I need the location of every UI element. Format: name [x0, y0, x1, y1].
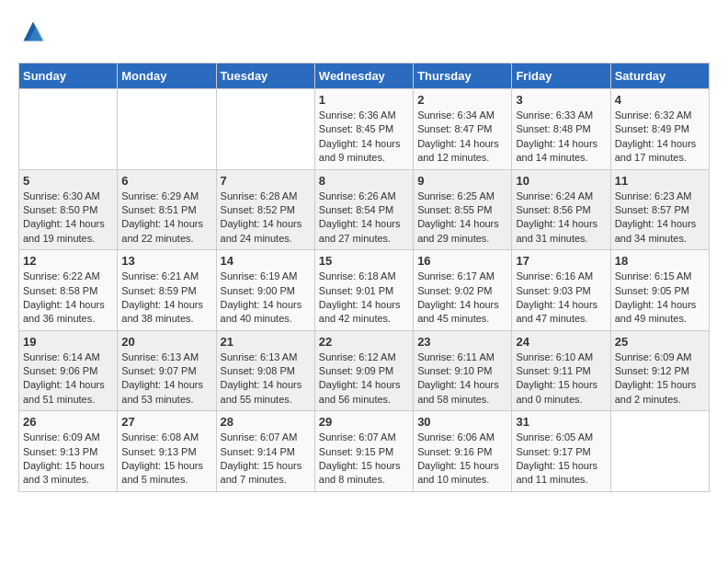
day-info: Sunrise: 6:24 AM Sunset: 8:56 PM Dayligh… [516, 190, 606, 247]
weekday-header-sunday: Sunday [19, 63, 118, 89]
day-number: 16 [417, 254, 507, 268]
day-info: Sunrise: 6:18 AM Sunset: 9:01 PM Dayligh… [319, 270, 409, 327]
day-info: Sunrise: 6:09 AM Sunset: 9:13 PM Dayligh… [23, 431, 113, 488]
day-number: 26 [23, 415, 113, 429]
calendar-week-2: 5Sunrise: 6:30 AM Sunset: 8:50 PM Daylig… [19, 169, 710, 250]
weekday-header-saturday: Saturday [610, 63, 709, 89]
calendar-cell [216, 89, 314, 170]
day-info: Sunrise: 6:06 AM Sunset: 9:16 PM Dayligh… [417, 431, 507, 488]
calendar-cell: 23Sunrise: 6:11 AM Sunset: 9:10 PM Dayli… [414, 330, 512, 411]
day-info: Sunrise: 6:22 AM Sunset: 8:58 PM Dayligh… [23, 270, 113, 327]
calendar-cell: 14Sunrise: 6:19 AM Sunset: 9:00 PM Dayli… [216, 250, 314, 331]
calendar: SundayMondayTuesdayWednesdayThursdayFrid… [18, 63, 710, 492]
calendar-cell: 30Sunrise: 6:06 AM Sunset: 9:16 PM Dayli… [414, 411, 512, 492]
day-info: Sunrise: 6:08 AM Sunset: 9:13 PM Dayligh… [121, 431, 211, 488]
calendar-cell: 22Sunrise: 6:12 AM Sunset: 9:09 PM Dayli… [314, 330, 413, 411]
day-info: Sunrise: 6:07 AM Sunset: 9:15 PM Dayligh… [319, 431, 409, 488]
calendar-cell: 25Sunrise: 6:09 AM Sunset: 9:12 PM Dayli… [610, 330, 709, 411]
calendar-week-4: 19Sunrise: 6:14 AM Sunset: 9:06 PM Dayli… [19, 330, 710, 411]
logo-icon [20, 18, 46, 44]
calendar-cell: 9Sunrise: 6:25 AM Sunset: 8:55 PM Daylig… [414, 169, 512, 250]
day-number: 18 [615, 254, 705, 268]
day-info: Sunrise: 6:23 AM Sunset: 8:57 PM Dayligh… [615, 190, 705, 247]
day-number: 17 [516, 254, 606, 268]
weekday-header-thursday: Thursday [414, 63, 512, 89]
calendar-header-row: SundayMondayTuesdayWednesdayThursdayFrid… [19, 63, 710, 89]
day-info: Sunrise: 6:15 AM Sunset: 9:05 PM Dayligh… [615, 270, 705, 327]
calendar-cell: 11Sunrise: 6:23 AM Sunset: 8:57 PM Dayli… [610, 169, 709, 250]
day-number: 22 [319, 335, 409, 349]
day-info: Sunrise: 6:25 AM Sunset: 8:55 PM Dayligh… [417, 190, 507, 247]
day-number: 28 [221, 415, 311, 429]
calendar-cell: 29Sunrise: 6:07 AM Sunset: 9:15 PM Dayli… [314, 411, 413, 492]
calendar-cell: 10Sunrise: 6:24 AM Sunset: 8:56 PM Dayli… [512, 169, 610, 250]
calendar-cell: 4Sunrise: 6:32 AM Sunset: 8:49 PM Daylig… [610, 89, 709, 170]
day-info: Sunrise: 6:26 AM Sunset: 8:54 PM Dayligh… [319, 190, 409, 247]
day-number: 3 [516, 93, 606, 107]
day-number: 2 [417, 93, 507, 107]
day-info: Sunrise: 6:16 AM Sunset: 9:03 PM Dayligh… [516, 270, 606, 327]
day-number: 14 [221, 254, 311, 268]
day-info: Sunrise: 6:33 AM Sunset: 8:48 PM Dayligh… [516, 109, 606, 166]
page-header [18, 18, 710, 48]
calendar-cell: 19Sunrise: 6:14 AM Sunset: 9:06 PM Dayli… [19, 330, 118, 411]
day-number: 13 [121, 254, 211, 268]
calendar-cell: 7Sunrise: 6:28 AM Sunset: 8:52 PM Daylig… [216, 169, 314, 250]
calendar-cell: 5Sunrise: 6:30 AM Sunset: 8:50 PM Daylig… [19, 169, 118, 250]
weekday-header-wednesday: Wednesday [314, 63, 413, 89]
day-info: Sunrise: 6:21 AM Sunset: 8:59 PM Dayligh… [121, 270, 211, 327]
day-info: Sunrise: 6:11 AM Sunset: 9:10 PM Dayligh… [417, 350, 507, 408]
calendar-cell: 24Sunrise: 6:10 AM Sunset: 9:11 PM Dayli… [512, 330, 610, 411]
day-number: 31 [516, 415, 606, 429]
calendar-cell: 26Sunrise: 6:09 AM Sunset: 9:13 PM Dayli… [19, 411, 118, 492]
calendar-cell [118, 89, 216, 170]
day-info: Sunrise: 6:32 AM Sunset: 8:49 PM Dayligh… [615, 109, 705, 166]
day-number: 9 [417, 174, 507, 188]
calendar-cell: 12Sunrise: 6:22 AM Sunset: 8:58 PM Dayli… [19, 250, 118, 331]
calendar-cell: 3Sunrise: 6:33 AM Sunset: 8:48 PM Daylig… [512, 89, 610, 170]
weekday-header-friday: Friday [512, 63, 610, 89]
day-number: 21 [221, 335, 311, 349]
day-number: 23 [417, 335, 507, 349]
day-number: 8 [319, 174, 409, 188]
calendar-cell: 8Sunrise: 6:26 AM Sunset: 8:54 PM Daylig… [314, 169, 413, 250]
weekday-header-monday: Monday [118, 63, 216, 89]
day-info: Sunrise: 6:28 AM Sunset: 8:52 PM Dayligh… [221, 190, 311, 247]
day-info: Sunrise: 6:17 AM Sunset: 9:02 PM Dayligh… [417, 270, 507, 327]
calendar-cell [19, 89, 118, 170]
day-number: 1 [319, 93, 409, 107]
calendar-cell: 2Sunrise: 6:34 AM Sunset: 8:47 PM Daylig… [414, 89, 512, 170]
day-info: Sunrise: 6:10 AM Sunset: 9:11 PM Dayligh… [516, 350, 606, 408]
day-info: Sunrise: 6:14 AM Sunset: 9:06 PM Dayligh… [23, 350, 113, 408]
day-number: 7 [221, 174, 311, 188]
calendar-cell: 13Sunrise: 6:21 AM Sunset: 8:59 PM Dayli… [118, 250, 216, 331]
day-number: 12 [23, 254, 113, 268]
calendar-cell: 16Sunrise: 6:17 AM Sunset: 9:02 PM Dayli… [414, 250, 512, 331]
calendar-week-5: 26Sunrise: 6:09 AM Sunset: 9:13 PM Dayli… [19, 411, 710, 492]
day-info: Sunrise: 6:13 AM Sunset: 9:07 PM Dayligh… [121, 350, 211, 408]
calendar-cell: 6Sunrise: 6:29 AM Sunset: 8:51 PM Daylig… [118, 169, 216, 250]
calendar-week-1: 1Sunrise: 6:36 AM Sunset: 8:45 PM Daylig… [19, 89, 710, 170]
calendar-cell: 15Sunrise: 6:18 AM Sunset: 9:01 PM Dayli… [314, 250, 413, 331]
calendar-cell [610, 411, 709, 492]
day-info: Sunrise: 6:30 AM Sunset: 8:50 PM Dayligh… [23, 190, 113, 247]
calendar-week-3: 12Sunrise: 6:22 AM Sunset: 8:58 PM Dayli… [19, 250, 710, 331]
day-number: 19 [23, 335, 113, 349]
day-number: 20 [121, 335, 211, 349]
day-number: 25 [615, 335, 705, 349]
day-number: 27 [121, 415, 211, 429]
calendar-cell: 21Sunrise: 6:13 AM Sunset: 9:08 PM Dayli… [216, 330, 314, 411]
day-number: 29 [319, 415, 409, 429]
calendar-cell: 28Sunrise: 6:07 AM Sunset: 9:14 PM Dayli… [216, 411, 314, 492]
day-number: 5 [23, 174, 113, 188]
day-number: 10 [516, 174, 606, 188]
day-number: 15 [319, 254, 409, 268]
day-info: Sunrise: 6:19 AM Sunset: 9:00 PM Dayligh… [221, 270, 311, 327]
day-info: Sunrise: 6:05 AM Sunset: 9:17 PM Dayligh… [516, 431, 606, 488]
calendar-cell: 1Sunrise: 6:36 AM Sunset: 8:45 PM Daylig… [314, 89, 413, 170]
calendar-cell: 20Sunrise: 6:13 AM Sunset: 9:07 PM Dayli… [118, 330, 216, 411]
day-info: Sunrise: 6:12 AM Sunset: 9:09 PM Dayligh… [319, 350, 409, 408]
day-number: 11 [615, 174, 705, 188]
calendar-cell: 18Sunrise: 6:15 AM Sunset: 9:05 PM Dayli… [610, 250, 709, 331]
calendar-cell: 27Sunrise: 6:08 AM Sunset: 9:13 PM Dayli… [118, 411, 216, 492]
